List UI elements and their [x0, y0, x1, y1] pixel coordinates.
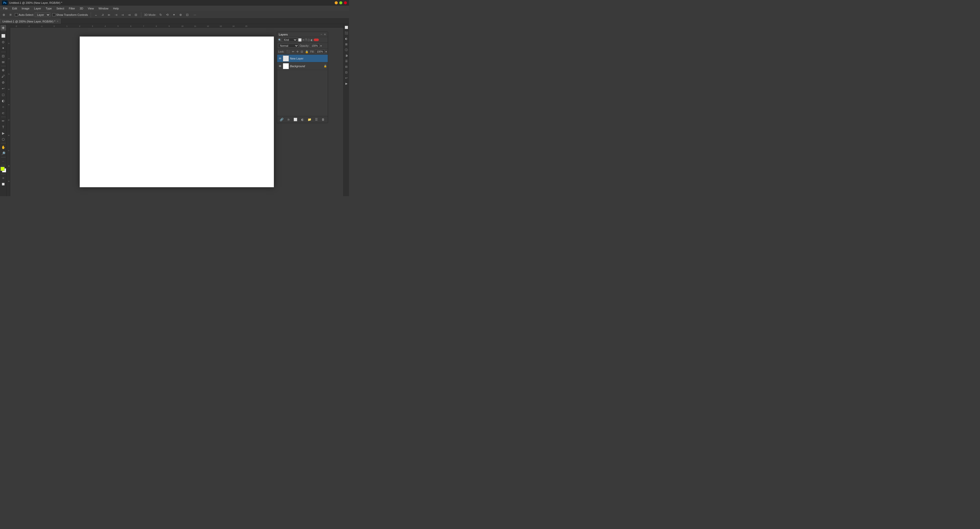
- layer-visibility-background[interactable]: 👁: [278, 64, 282, 68]
- history-brush-tool[interactable]: ↩: [0, 86, 6, 91]
- align-center-v-icon[interactable]: ⫤: [120, 13, 125, 17]
- lock-pixels-icon[interactable]: ⬛: [286, 50, 291, 53]
- layer-row-new-layer[interactable]: 👁 New Layer: [277, 55, 328, 62]
- align-center-h-icon[interactable]: ⫡: [100, 13, 105, 17]
- auto-select-dropdown[interactable]: Layer Group: [35, 13, 50, 17]
- screen-mode-button[interactable]: ⬜: [0, 181, 6, 187]
- lock-move-icon[interactable]: ✛: [296, 50, 299, 53]
- align-bottom-icon[interactable]: ⫥: [127, 13, 132, 17]
- healing-brush-tool[interactable]: ⊕: [0, 67, 6, 73]
- layers-panel-header[interactable]: Layers − ≡: [277, 32, 328, 37]
- move-tool[interactable]: ✛: [0, 25, 6, 31]
- eyedropper-tool[interactable]: ✉: [0, 59, 6, 65]
- opacity-chevron[interactable]: ▾: [320, 44, 321, 47]
- blur-tool[interactable]: ○: [0, 104, 6, 110]
- 3d-slide-icon[interactable]: ⊕: [178, 13, 183, 17]
- 3d-roll-icon[interactable]: ⟲: [165, 13, 170, 17]
- marquee-tool[interactable]: ⬜: [0, 33, 6, 38]
- document-tab[interactable]: Untitled-1 @ 200% (New Layer, RGB/8#) * …: [0, 19, 60, 24]
- lock-artboard-icon[interactable]: ⊡: [300, 50, 304, 53]
- 3d-pan-icon[interactable]: ✦: [172, 13, 176, 17]
- align-top-icon[interactable]: ⫣: [114, 13, 118, 17]
- tab-close-button[interactable]: ×: [57, 20, 58, 23]
- minimize-button[interactable]: [335, 1, 338, 4]
- properties-panel-icon[interactable]: ⓘ: [344, 48, 349, 52]
- shape-tool[interactable]: ⬡: [0, 137, 6, 142]
- gradient-tool[interactable]: ◐: [0, 98, 6, 103]
- dodge-tool[interactable]: ⊂: [0, 110, 6, 116]
- filter-type-icon[interactable]: T: [305, 38, 307, 41]
- layer-link-button[interactable]: 🔗: [280, 117, 284, 122]
- adjustments-panel-icon[interactable]: ◑: [344, 53, 349, 58]
- layer-delete-button[interactable]: 🗑: [321, 117, 326, 122]
- menu-type[interactable]: Type: [44, 6, 54, 11]
- layer-mask-button[interactable]: ⬜: [293, 117, 298, 122]
- close-button[interactable]: [344, 1, 347, 4]
- zoom-tool[interactable]: 🔎: [0, 151, 6, 156]
- eraser-tool[interactable]: ◻: [0, 92, 6, 97]
- brush-tool[interactable]: 🖊: [0, 73, 6, 79]
- layer-fx-button[interactable]: fx: [286, 117, 291, 122]
- path-selection-tool[interactable]: ▶: [0, 130, 6, 136]
- quick-mask-button[interactable]: ⊙: [0, 175, 6, 181]
- layer-adjustment-button[interactable]: ◐: [300, 117, 305, 122]
- blend-mode-dropdown[interactable]: Normal: [278, 44, 299, 48]
- menu-window[interactable]: Window: [96, 6, 110, 11]
- maximize-button[interactable]: [339, 1, 342, 4]
- history-panel-icon[interactable]: ↩: [344, 76, 349, 80]
- align-distribute-icon[interactable]: ⊟: [134, 13, 138, 17]
- clone-stamp-tool[interactable]: ⊘: [0, 79, 6, 85]
- channels-panel-icon[interactable]: ⊟: [344, 64, 349, 69]
- layers-kind-dropdown[interactable]: Kind: [282, 38, 298, 42]
- opacity-input[interactable]: [310, 44, 319, 48]
- magic-wand-tool[interactable]: ✦: [0, 45, 6, 51]
- 3d-rotate-icon[interactable]: ↻: [158, 13, 163, 17]
- more-tools-button[interactable]: ···: [0, 158, 6, 164]
- menu-view[interactable]: View: [86, 6, 96, 11]
- filter-adjust-icon[interactable]: ✏: [302, 38, 304, 41]
- layers-panel-icon[interactable]: ☰: [344, 59, 349, 64]
- show-transform-checkbox[interactable]: [52, 13, 56, 16]
- filter-shape-icon[interactable]: ⬡: [308, 38, 310, 41]
- more-options-icon[interactable]: ···: [192, 13, 197, 17]
- pen-tool[interactable]: ✏: [0, 118, 6, 124]
- color-panel-icon[interactable]: ⬜: [344, 25, 349, 30]
- filter-pixel-icon[interactable]: ⬜: [298, 38, 302, 41]
- 3d-scale-icon[interactable]: ⊡: [185, 13, 189, 17]
- text-tool[interactable]: T: [0, 124, 6, 130]
- align-left-icon[interactable]: ⫠: [94, 13, 99, 17]
- layer-visibility-new-layer[interactable]: 👁: [278, 57, 282, 60]
- menu-image[interactable]: Image: [20, 6, 32, 11]
- layer-row-background[interactable]: 👁 Background 🔒: [277, 62, 328, 70]
- menu-3d[interactable]: 3D: [78, 6, 85, 11]
- hand-tool[interactable]: ✋: [0, 144, 6, 150]
- layers-panel-minimize[interactable]: −: [320, 33, 323, 36]
- fill-chevron[interactable]: ▾: [326, 50, 327, 53]
- gradients-panel-icon[interactable]: ◐: [344, 36, 349, 41]
- fill-input[interactable]: [315, 49, 325, 54]
- menu-edit[interactable]: Edit: [10, 6, 19, 11]
- color-swatches[interactable]: [0, 167, 6, 172]
- lock-all-icon[interactable]: 🔒: [304, 50, 309, 53]
- filter-toggle[interactable]: [314, 38, 319, 41]
- auto-select-checkbox[interactable]: [15, 13, 18, 16]
- layer-new-button[interactable]: ☰: [314, 117, 318, 122]
- patterns-panel-icon[interactable]: ⊞: [344, 42, 349, 46]
- canvas[interactable]: [80, 37, 274, 187]
- lock-position-icon[interactable]: ✏: [291, 50, 295, 53]
- filter-smart-icon[interactable]: ◐: [311, 38, 313, 41]
- crop-tool[interactable]: ⊡: [0, 53, 6, 59]
- swatches-panel-icon[interactable]: ⬛: [344, 31, 349, 35]
- menu-file[interactable]: File: [1, 6, 10, 11]
- paths-panel-icon[interactable]: ⊡: [344, 70, 349, 75]
- align-right-icon[interactable]: ⫢: [107, 13, 111, 17]
- menu-filter[interactable]: Filter: [67, 6, 77, 11]
- menu-help[interactable]: Help: [111, 6, 121, 11]
- layer-group-button[interactable]: 📁: [307, 117, 312, 122]
- menu-select[interactable]: Select: [54, 6, 67, 11]
- lasso-tool[interactable]: ⊙: [0, 39, 6, 45]
- foreground-color-swatch[interactable]: [0, 167, 5, 171]
- menu-layer[interactable]: Layer: [32, 6, 43, 11]
- layers-panel-menu[interactable]: ≡: [324, 33, 326, 36]
- actions-panel-icon[interactable]: ▶: [344, 81, 349, 86]
